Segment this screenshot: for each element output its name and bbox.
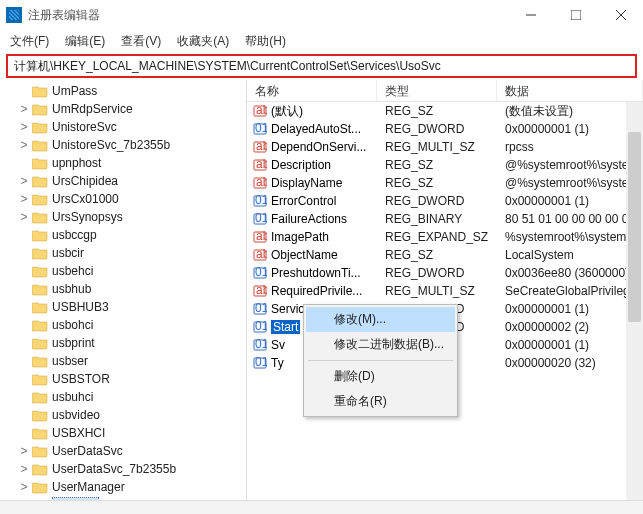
tree-item[interactable]: >UrsCx01000: [0, 190, 246, 208]
tree-pane[interactable]: UmPass>UmRdpService>UnistoreSvc>Unistore…: [0, 80, 247, 500]
tree-item[interactable]: >UmRdpService: [0, 100, 246, 118]
value-row[interactable]: abDescriptionREG_SZ@%systemroot%\system3…: [247, 156, 643, 174]
value-data: 0x00000001 (1): [497, 338, 643, 352]
tree-item[interactable]: usbcir: [0, 244, 246, 262]
regedit-icon: [6, 7, 22, 23]
tree-item[interactable]: USBXHCI: [0, 424, 246, 442]
tree-item[interactable]: usbehci: [0, 262, 246, 280]
tree-item[interactable]: >UserManager: [0, 478, 246, 496]
tree-item[interactable]: usbser: [0, 352, 246, 370]
expand-icon[interactable]: v: [18, 498, 30, 500]
value-icon: ab: [253, 284, 267, 298]
tree-item[interactable]: >UrsSynopsys: [0, 208, 246, 226]
value-icon: 011: [253, 212, 267, 226]
expand-icon[interactable]: >: [18, 192, 30, 206]
expand-icon[interactable]: >: [18, 174, 30, 188]
tree-label: UrsCx01000: [52, 192, 119, 206]
folder-icon: [32, 408, 48, 422]
value-data: 0x00000001 (1): [497, 122, 643, 136]
value-row[interactable]: 011DelayedAutoSt...REG_DWORD0x00000001 (…: [247, 120, 643, 138]
tree-item[interactable]: USBSTOR: [0, 370, 246, 388]
value-type: REG_MULTI_SZ: [377, 284, 497, 298]
tree-label: usbehci: [52, 264, 93, 278]
menu-view[interactable]: 查看(V): [115, 31, 167, 52]
tree-item[interactable]: usbhub: [0, 280, 246, 298]
value-name: Ty: [271, 356, 284, 370]
ctx-modify-binary[interactable]: 修改二进制数据(B)...: [306, 332, 455, 357]
col-type[interactable]: 类型: [377, 80, 497, 101]
value-row[interactable]: 011PreshutdownTi...REG_DWORD0x0036ee80 (…: [247, 264, 643, 282]
col-data[interactable]: 数据: [497, 80, 643, 101]
menu-favorites[interactable]: 收藏夹(A): [171, 31, 235, 52]
menu-file[interactable]: 文件(F): [4, 31, 55, 52]
menu-edit[interactable]: 编辑(E): [59, 31, 111, 52]
minimize-button[interactable]: [508, 0, 553, 30]
tree-item[interactable]: upnphost: [0, 154, 246, 172]
tree-label: UmRdpService: [52, 102, 133, 116]
value-type: REG_BINARY: [377, 212, 497, 226]
tree-item[interactable]: usbccgp: [0, 226, 246, 244]
value-row[interactable]: abObjectNameREG_SZLocalSystem: [247, 246, 643, 264]
address-bar[interactable]: 计算机\HKEY_LOCAL_MACHINE\SYSTEM\CurrentCon…: [6, 54, 637, 78]
expand-icon[interactable]: >: [18, 102, 30, 116]
value-type: REG_SZ: [377, 158, 497, 172]
tree-item[interactable]: >UserDataSvc: [0, 442, 246, 460]
col-name[interactable]: 名称: [247, 80, 377, 101]
value-name: Start: [271, 320, 300, 334]
svg-text:011: 011: [255, 266, 267, 279]
value-icon: ab: [253, 140, 267, 154]
value-row[interactable]: 011ErrorControlREG_DWORD0x00000001 (1): [247, 192, 643, 210]
tree-label: UnistoreSvc: [52, 120, 117, 134]
tree-item[interactable]: usbvideo: [0, 406, 246, 424]
value-data: rpcss: [497, 140, 643, 154]
value-name: DelayedAutoSt...: [271, 122, 361, 136]
expand-icon[interactable]: >: [18, 138, 30, 152]
tree-item[interactable]: UmPass: [0, 82, 246, 100]
tree-item[interactable]: usbohci: [0, 316, 246, 334]
tree-item[interactable]: usbprint: [0, 334, 246, 352]
maximize-button[interactable]: [553, 0, 598, 30]
value-row[interactable]: abRequiredPrivile...REG_MULTI_SZSeCreate…: [247, 282, 643, 300]
content-area: UmPass>UmRdpService>UnistoreSvc>Unistore…: [0, 80, 643, 500]
value-data: 0x00000020 (32): [497, 356, 643, 370]
tree-item[interactable]: usbuhci: [0, 388, 246, 406]
tree-item[interactable]: USBHUB3: [0, 298, 246, 316]
close-button[interactable]: [598, 0, 643, 30]
tree-item[interactable]: vUsoSvc: [0, 496, 246, 500]
folder-icon: [32, 102, 48, 116]
value-row[interactable]: ab(默认)REG_SZ(数值未设置): [247, 102, 643, 120]
expand-icon[interactable]: >: [18, 210, 30, 224]
window-title: 注册表编辑器: [28, 7, 508, 24]
ctx-modify[interactable]: 修改(M)...: [306, 307, 455, 332]
folder-icon: [32, 390, 48, 404]
folder-icon: [32, 480, 48, 494]
vscrollbar[interactable]: [626, 102, 643, 500]
vscroll-thumb[interactable]: [628, 132, 641, 322]
menu-help[interactable]: 帮助(H): [239, 31, 292, 52]
ctx-delete[interactable]: 删除(D): [306, 364, 455, 389]
expand-icon[interactable]: >: [18, 480, 30, 494]
folder-icon: [32, 318, 48, 332]
folder-icon: [32, 174, 48, 188]
value-name: Sv: [271, 338, 285, 352]
tree-item[interactable]: >UserDataSvc_7b2355b: [0, 460, 246, 478]
svg-text:011: 011: [255, 356, 267, 369]
expand-icon[interactable]: >: [18, 120, 30, 134]
address-text: 计算机\HKEY_LOCAL_MACHINE\SYSTEM\CurrentCon…: [14, 58, 441, 75]
list-pane[interactable]: 名称 类型 数据 ab(默认)REG_SZ(数值未设置)011DelayedAu…: [247, 80, 643, 500]
folder-icon: [32, 372, 48, 386]
tree-item[interactable]: >UrsChipidea: [0, 172, 246, 190]
value-row[interactable]: abImagePathREG_EXPAND_SZ%systemroot%\sys…: [247, 228, 643, 246]
value-row[interactable]: abDisplayNameREG_SZ@%systemroot%\system3…: [247, 174, 643, 192]
expand-icon[interactable]: >: [18, 462, 30, 476]
value-data: (数值未设置): [497, 103, 643, 120]
value-row[interactable]: abDependOnServi...REG_MULTI_SZrpcss: [247, 138, 643, 156]
tree-item[interactable]: >UnistoreSvc: [0, 118, 246, 136]
expand-icon[interactable]: >: [18, 444, 30, 458]
value-type: REG_DWORD: [377, 194, 497, 208]
tree-item[interactable]: >UnistoreSvc_7b2355b: [0, 136, 246, 154]
value-row[interactable]: 011FailureActionsREG_BINARY80 51 01 00 0…: [247, 210, 643, 228]
svg-text:011: 011: [255, 212, 267, 225]
ctx-rename[interactable]: 重命名(R): [306, 389, 455, 414]
value-data: @%systemroot%\system32: [497, 158, 643, 172]
